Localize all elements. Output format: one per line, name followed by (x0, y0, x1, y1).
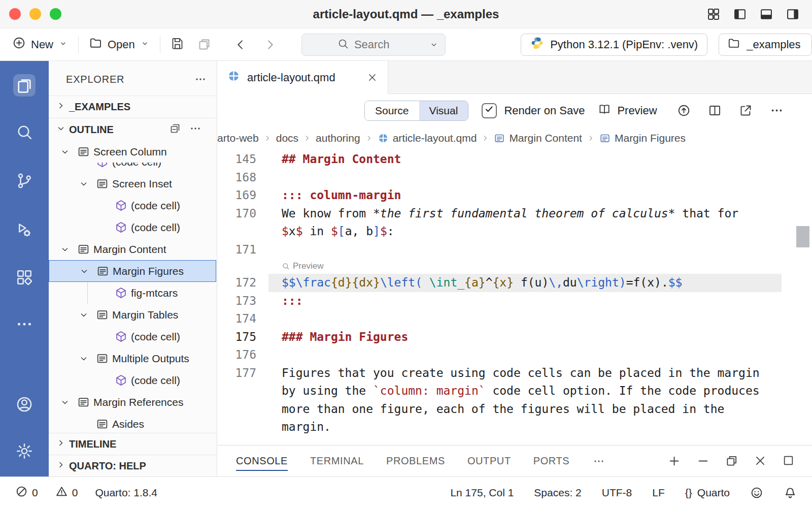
editor-scrollbar-thumb[interactable] (796, 226, 809, 247)
braces-icon: {} (685, 487, 692, 499)
indent-guide (87, 282, 88, 304)
search-input[interactable] (354, 38, 410, 51)
panel-tab-ports[interactable]: PORTS (533, 446, 570, 477)
interpreter-selector[interactable]: Python 3.12.1 (PipEnv: .venv) (521, 34, 707, 56)
chevron-down-icon[interactable] (60, 244, 77, 255)
notifications-bell-icon[interactable] (784, 486, 797, 499)
panel-maximize-icon[interactable] (782, 454, 795, 468)
breadcrumb-item[interactable]: arto-web (217, 132, 259, 144)
collapse-all-icon[interactable] (169, 122, 181, 137)
code-editor[interactable]: 145## Margin Content168169::: column-mar… (217, 150, 812, 445)
quarto-help-section-header[interactable]: QUARTO: HELP (49, 455, 217, 477)
code-lens[interactable]: Preview (268, 259, 782, 274)
chevron-down-icon[interactable] (60, 147, 77, 157)
toggle-secondary-sidebar-icon[interactable] (786, 7, 800, 21)
outline-item-code-cell[interactable]: (code cell) (49, 195, 216, 216)
activity-item-more-actions[interactable] (13, 313, 36, 335)
outline-item-code-cell[interactable]: (code cell) (49, 163, 216, 173)
outline-section-header[interactable]: OUTLINE (49, 118, 217, 141)
render-on-save-control[interactable]: Render on Save (482, 103, 585, 118)
outline-item-multiple-outputs[interactable]: Multiple Outputs (49, 347, 216, 369)
search-box[interactable] (301, 34, 446, 56)
navigate-forward-icon[interactable] (263, 38, 277, 52)
code-line: 174 (217, 310, 812, 328)
warning-count[interactable]: 0 (55, 485, 78, 500)
chevron-down-icon[interactable] (79, 266, 96, 276)
outline-item-fig-mtcars[interactable]: fig-mtcars (49, 282, 216, 304)
new-button[interactable]: New (12, 36, 68, 53)
more-actions-icon[interactable] (189, 122, 201, 137)
activity-item-settings[interactable] (13, 440, 36, 462)
quarto-version[interactable]: Quarto: 1.8.4 (95, 487, 157, 499)
language-mode[interactable]: {} Quarto (685, 487, 730, 499)
breadcrumb-item[interactable]: Margin Figures (599, 132, 686, 144)
error-count[interactable]: 0 (15, 485, 38, 500)
open-button[interactable]: Open (89, 36, 150, 53)
editor-tab[interactable]: article-layout.qmd (217, 61, 388, 94)
outline-item-margin-figures[interactable]: Margin Figures (49, 260, 216, 282)
save-all-icon[interactable] (197, 38, 211, 51)
workspace-section-header[interactable]: _EXAMPLES (49, 96, 217, 118)
minimize-window-button[interactable] (29, 8, 41, 20)
panel-restore-icon[interactable] (725, 454, 738, 468)
activity-item-account[interactable] (13, 393, 36, 416)
close-tab-icon[interactable] (367, 72, 378, 83)
activity-item-explorer[interactable] (13, 74, 36, 97)
split-editor-icon[interactable] (708, 104, 722, 117)
timeline-section-header[interactable]: TIMELINE (49, 433, 217, 455)
outline-item-margin-references[interactable]: Margin References (49, 391, 216, 413)
panel-tab-output[interactable]: OUTPUT (467, 446, 511, 477)
panel-tab-console[interactable]: CONSOLE (236, 446, 288, 477)
breadcrumb-item[interactable]: authoring (316, 132, 360, 144)
close-window-button[interactable] (9, 8, 21, 20)
toggle-panel-icon[interactable] (759, 7, 773, 21)
render-on-save-checkbox[interactable] (482, 103, 497, 118)
activity-item-run-debug[interactable] (13, 218, 36, 241)
breadcrumb-item[interactable]: Margin Content (494, 132, 582, 144)
customize-layout-icon[interactable] (706, 7, 721, 21)
outline-item-code-cell[interactable]: (code cell) (49, 216, 216, 238)
activity-item-search[interactable] (13, 121, 36, 143)
activity-item-extensions[interactable] (13, 266, 36, 289)
save-icon[interactable] (171, 37, 184, 52)
chevron-down-icon[interactable] (429, 40, 439, 50)
open-external-icon[interactable] (739, 104, 753, 117)
workspace-button[interactable]: _examples (719, 34, 812, 56)
feedback-smiley-icon[interactable] (750, 486, 763, 499)
chevron-down-icon[interactable] (79, 310, 96, 320)
more-actions-icon[interactable] (194, 73, 207, 85)
line-number: 169 (217, 186, 256, 205)
panel-more-icon[interactable] (593, 455, 605, 467)
activity-item-source-control[interactable] (13, 170, 36, 192)
panel-minimize-icon[interactable] (696, 454, 710, 468)
eol-setting[interactable]: LF (652, 487, 665, 499)
panel-tab-terminal[interactable]: TERMINAL (310, 446, 364, 477)
render-icon[interactable] (677, 104, 691, 117)
breadcrumb-item[interactable]: docs (276, 132, 298, 144)
breadcrumb-item[interactable]: article-layout.qmd (378, 132, 477, 144)
outline-item-screen-inset[interactable]: Screen Inset (49, 173, 216, 195)
outline-item-asides[interactable]: Asides (49, 413, 216, 435)
indentation-setting[interactable]: Spaces: 2 (534, 487, 581, 499)
chevron-down-icon[interactable] (79, 354, 96, 364)
panel-tab-problems[interactable]: PROBLEMS (386, 446, 445, 477)
outline-item-margin-content[interactable]: Margin Content (49, 238, 216, 260)
encoding-setting[interactable]: UTF-8 (602, 487, 632, 499)
bottom-panel: CONSOLETERMINALPROBLEMSOUTPUTPORTS (217, 445, 812, 477)
panel-add-icon[interactable] (667, 454, 681, 468)
navigate-back-icon[interactable] (233, 38, 248, 52)
outline-item-margin-tables[interactable]: Margin Tables (49, 304, 216, 326)
chevron-down-icon[interactable] (60, 397, 77, 407)
more-actions-icon[interactable] (770, 104, 784, 117)
outline-item-screen-column[interactable]: Screen Column (49, 141, 216, 163)
outline-item-code-cell[interactable]: (code cell) (49, 369, 216, 391)
toggle-sidebar-icon[interactable] (733, 7, 747, 21)
zoom-window-button[interactable] (50, 8, 61, 20)
visual-mode-button[interactable]: Visual (419, 101, 468, 120)
outline-item-code-cell[interactable]: (code cell) (49, 326, 216, 347)
preview-button[interactable]: Preview (598, 103, 657, 119)
cursor-position[interactable]: Ln 175, Col 1 (450, 487, 514, 499)
chevron-down-icon[interactable] (79, 179, 96, 189)
source-mode-button[interactable]: Source (365, 101, 419, 120)
panel-close-icon[interactable] (754, 454, 767, 468)
